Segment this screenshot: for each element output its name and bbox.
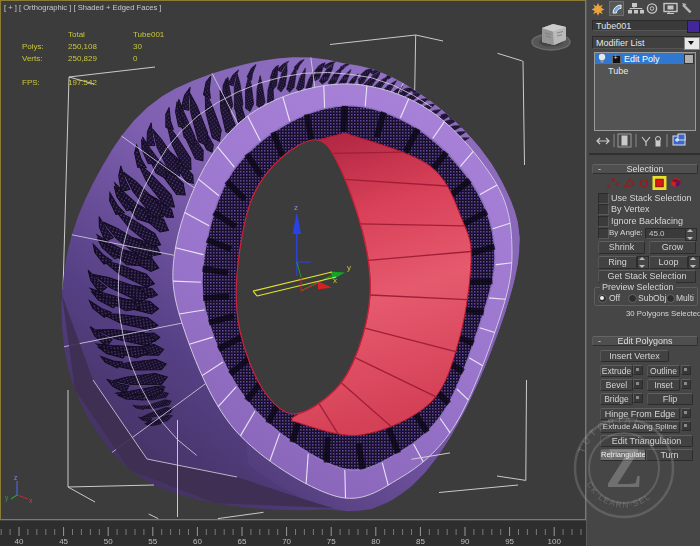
svg-text:60: 60 — [193, 537, 202, 546]
svg-text:95: 95 — [505, 537, 514, 546]
svg-text:85: 85 — [416, 537, 425, 546]
svg-text:80: 80 — [371, 537, 380, 546]
svg-text:Tube001: Tube001 — [133, 30, 165, 39]
svg-text:Polys:: Polys: — [22, 42, 44, 51]
svg-text:FPS:: FPS: — [22, 78, 40, 87]
svg-text:250,829: 250,829 — [68, 54, 97, 63]
svg-text:90: 90 — [461, 537, 470, 546]
svg-text:45: 45 — [59, 537, 68, 546]
svg-text:y: y — [347, 263, 351, 272]
svg-text:50: 50 — [104, 537, 113, 546]
svg-text:197.542: 197.542 — [68, 78, 97, 87]
svg-text:0: 0 — [133, 54, 138, 63]
svg-text:65: 65 — [238, 537, 247, 546]
svg-text:Z: Z — [605, 437, 642, 499]
svg-text:70: 70 — [282, 537, 291, 546]
svg-text:75: 75 — [327, 537, 336, 546]
svg-text:z: z — [14, 474, 17, 481]
svg-text:55: 55 — [148, 537, 157, 546]
svg-text:40: 40 — [15, 537, 24, 546]
svg-text:[ + ] [ Orthographic ] [ Shade: [ + ] [ Orthographic ] [ Shaded + Edged … — [4, 3, 161, 12]
svg-text:z: z — [294, 203, 298, 212]
svg-text:250,108: 250,108 — [68, 42, 97, 51]
svg-text:Verts:: Verts: — [22, 54, 42, 63]
svg-text:Total: Total — [68, 30, 85, 39]
svg-text:30: 30 — [133, 42, 142, 51]
